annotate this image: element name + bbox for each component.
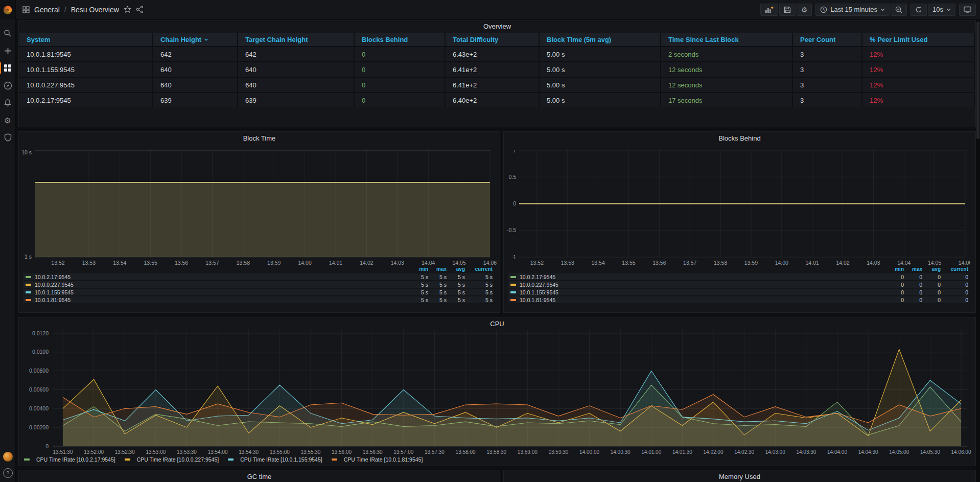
series-stats: 5 s5 s5 s5 s — [410, 297, 493, 303]
series-stats: 0000 — [885, 289, 968, 295]
add-panel-button[interactable] — [760, 4, 778, 16]
block-time-chart[interactable]: 10 s1 s13:5213:5313:5413:5513:5613:5713:… — [22, 150, 499, 268]
svg-text:13:51:30: 13:51:30 — [53, 449, 73, 455]
series-name[interactable]: 10.0.1.155:9545 — [520, 289, 885, 295]
svg-text:13:52:00: 13:52:00 — [84, 449, 104, 455]
cpu-chart[interactable]: 0.01200.01000.008000.006000.004000.00200… — [19, 330, 975, 455]
cell-peer_count: 3 — [793, 61, 862, 77]
column-header-target_chain_height[interactable]: Target Chain Height — [238, 33, 355, 46]
panel-title-block-time[interactable]: Block Time — [19, 134, 500, 142]
column-header-peer_limit_used[interactable]: % Peer Limit Used — [862, 33, 975, 46]
blocks-behind-chart[interactable]: 10.50-0.5-113:5213:5313:5413:5513:5613:5… — [504, 150, 970, 268]
series-name[interactable]: 10.0.0.227:9545 — [35, 282, 410, 288]
breadcrumb: General / Besu Overview — [22, 6, 144, 14]
series-name[interactable]: 10.0.1.81:9545 — [35, 297, 410, 303]
legend-item[interactable]: CPU Time IRate [10.0.1.155:9545] — [228, 456, 322, 463]
svg-text:14:00:30: 14:00:30 — [611, 449, 631, 455]
refresh-interval-dropdown[interactable]: 10s — [928, 4, 955, 16]
cell-blocks_behind: 0 — [355, 77, 446, 92]
sidebar-item-create[interactable] — [0, 45, 15, 56]
svg-text:13:58: 13:58 — [237, 260, 250, 266]
legend-item[interactable]: CPU Time IRate [10.0.1.81:9545] — [332, 456, 423, 463]
series-name: CPU Time IRate [10.0.0.227:9545] — [137, 456, 219, 463]
sidebar-item-server-admin[interactable] — [0, 132, 15, 143]
dashboard-squares-icon — [22, 6, 30, 13]
column-header-block_time[interactable]: Block Time (5m avg) — [540, 33, 661, 46]
add-panel-icon — [765, 6, 774, 13]
series-name: CPU Time IRate [10.0.2.17:9545] — [36, 456, 115, 463]
panel-title-memory-used[interactable]: Memory Used — [504, 473, 975, 480]
star-button[interactable] — [124, 6, 131, 13]
panel-title-blocks-behind[interactable]: Blocks Behind — [504, 134, 975, 142]
cycle-view-button[interactable] — [959, 4, 976, 16]
series-name[interactable]: 10.0.0.227:9545 — [520, 282, 885, 288]
svg-text:13:53:30: 13:53:30 — [177, 449, 197, 455]
series-stats: 0000 — [885, 282, 968, 288]
series-name[interactable]: 10.0.2.17:9545 — [35, 274, 410, 280]
svg-text:13:54: 13:54 — [592, 260, 605, 266]
svg-text:14:05:30: 14:05:30 — [920, 449, 940, 455]
refresh-button[interactable] — [911, 4, 927, 16]
svg-text:0.00400: 0.00400 — [29, 405, 49, 411]
zoom-out-button[interactable] — [891, 4, 907, 16]
sidebar-item-alerting[interactable] — [0, 97, 15, 108]
cell-time_since_last_block: 2 seconds — [661, 46, 793, 61]
help-button[interactable]: ? — [3, 468, 13, 478]
column-header-system[interactable]: System — [19, 33, 153, 46]
time-range-picker[interactable]: Last 15 minutes — [815, 4, 890, 16]
page-scrollbar[interactable] — [976, 19, 980, 482]
grafana-logo[interactable] — [0, 0, 15, 19]
svg-text:14:06: 14:06 — [483, 260, 497, 266]
legend-row[interactable]: 10.0.1.155:95455 s5 s5 s5 s — [23, 289, 493, 295]
time-range-label: Last 15 minutes — [830, 6, 877, 13]
column-header-chain_height[interactable]: Chain Height — [153, 33, 238, 46]
svg-text:13:52: 13:52 — [530, 260, 544, 266]
breadcrumb-separator: / — [64, 6, 66, 14]
panel-title-overview[interactable]: Overview — [19, 22, 975, 30]
legend-row[interactable]: 10.0.1.81:95450000 — [508, 296, 968, 303]
cell-chain_height: 642 — [153, 46, 238, 61]
sidebar-item-dashboards[interactable] — [0, 62, 15, 74]
sidebar-item-explore[interactable] — [0, 80, 15, 91]
sidebar-item-configuration[interactable]: ⚙ — [0, 114, 15, 126]
table-row: 10.0.1.155:954564064006.41e+25.00 s12 se… — [19, 61, 975, 77]
svg-text:13:55:00: 13:55:00 — [270, 449, 290, 455]
zoom-out-icon — [895, 6, 902, 13]
legend-item[interactable]: CPU Time IRate [10.0.0.227:9545] — [125, 456, 219, 463]
legend-row[interactable]: 10.0.0.227:95450000 — [508, 281, 968, 288]
svg-text:13:56:30: 13:56:30 — [363, 449, 383, 455]
series-name[interactable]: 10.0.2.17:9545 — [520, 274, 885, 280]
panel-title-gc-time[interactable]: GC time — [19, 473, 500, 480]
svg-text:14:03: 14:03 — [391, 260, 404, 266]
chevron-down-icon — [880, 8, 885, 11]
share-button[interactable] — [136, 6, 144, 13]
legend-row[interactable]: 10.0.1.81:95455 s5 s5 s5 s — [23, 296, 493, 303]
breadcrumb-folder[interactable]: General — [34, 6, 60, 14]
series-name[interactable]: 10.0.1.81:9545 — [520, 297, 885, 303]
cell-peer_limit_used: 12% — [862, 46, 975, 61]
legend-stats-header: minmaxavgcurrent — [508, 266, 968, 272]
cell-total_difficulty: 6.43e+2 — [446, 46, 540, 61]
user-avatar[interactable] — [3, 452, 13, 462]
column-header-time_since_last_block[interactable]: Time Since Last Block — [661, 33, 793, 46]
column-header-total_difficulty[interactable]: Total Difficulty — [446, 33, 540, 46]
series-color-swatch — [125, 458, 130, 461]
dashboard-settings-button[interactable]: ⚙ — [797, 4, 812, 16]
column-header-blocks_behind[interactable]: Blocks Behind — [355, 33, 446, 46]
series-name[interactable]: 10.0.1.155:9545 — [35, 289, 410, 295]
sidebar-item-search[interactable] — [0, 28, 15, 39]
save-dashboard-button[interactable] — [779, 4, 796, 16]
legend-item[interactable]: CPU Time IRate [10.0.2.17:9545] — [24, 456, 115, 463]
legend-row[interactable]: 10.0.1.155:95450000 — [508, 289, 968, 295]
svg-text:-0.5: -0.5 — [507, 227, 516, 233]
chevron-down-icon — [946, 8, 951, 11]
scrollbar-thumb[interactable] — [976, 21, 979, 139]
legend-row[interactable]: 10.0.0.227:95455 s5 s5 s5 s — [23, 281, 493, 288]
column-header-peer_count[interactable]: Peer Count — [793, 33, 862, 46]
refresh-icon — [915, 6, 922, 13]
panel-title-cpu[interactable]: CPU — [19, 320, 975, 328]
cell-system: 10.0.1.155:9545 — [19, 61, 153, 77]
svg-text:14:04: 14:04 — [422, 260, 435, 266]
legend-row[interactable]: 10.0.2.17:95450000 — [508, 273, 968, 280]
legend-row[interactable]: 10.0.2.17:95455 s5 s5 s5 s — [23, 273, 493, 280]
